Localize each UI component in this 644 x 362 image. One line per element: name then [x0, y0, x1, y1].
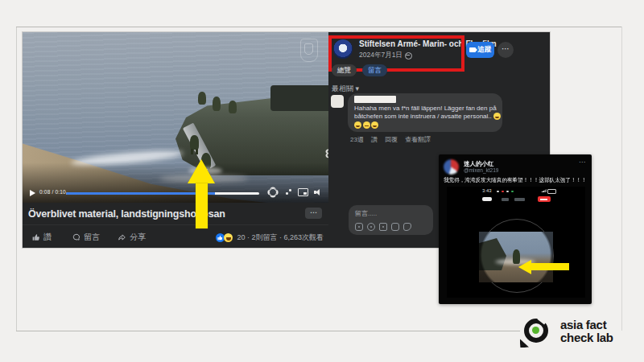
spotlight-dim-overlay	[479, 232, 553, 282]
frame-line-bottom	[16, 331, 520, 331]
video-camera-icon	[469, 47, 476, 52]
commenter-avatar-redacted	[331, 95, 344, 108]
tweet-screenshot: 迷人的小红 @mixen_kt219 ⋯ 我觉得，湾湾反攻大陆真的有希望！！！这…	[439, 154, 592, 304]
share-button[interactable]: 分享	[118, 232, 146, 243]
soldier-on-deck	[213, 97, 221, 111]
comment-composer[interactable]: 留言.....	[349, 205, 433, 235]
highlight-arrow-left	[518, 260, 531, 274]
highlight-arrow-left-shaft	[531, 263, 569, 270]
tweet-embedded-video[interactable]: 3:43	[447, 187, 585, 298]
comment-label: 留言	[84, 232, 100, 243]
status-bar-time: 3:43	[482, 188, 492, 193]
play-icon[interactable]	[30, 190, 35, 196]
comment-text-line1: Hahaha men va f*n fäll läppen! Lägger fa…	[354, 105, 497, 112]
comment-reply-link[interactable]: 回覆	[385, 135, 398, 144]
tab-comments[interactable]: 留言	[362, 64, 387, 76]
comment-age: 23週	[350, 135, 364, 144]
cast-icon[interactable]	[285, 188, 293, 196]
soldier-jumping	[190, 135, 199, 150]
sticker-icon[interactable]	[403, 223, 411, 231]
comment-text-line2: båtchefen som inte instruera / avsatte p…	[354, 113, 502, 120]
settings-gear-icon[interactable]	[269, 188, 277, 196]
highlight-arrow-up-shaft	[196, 183, 208, 228]
comment-sort-dropdown[interactable]: 最相關 ▾	[332, 84, 359, 94]
soldier-on-deck	[229, 101, 237, 113]
haha-reaction-icon	[224, 233, 233, 242]
afcl-logo-text: asia fact check lab	[560, 319, 613, 344]
post-action-row: 讚 留言 分享 20 · 2則留言 · 6,263次觀看	[23, 224, 328, 249]
comment-bubble: Hahaha men va f*n fäll läppen! Lägger fa…	[348, 93, 502, 132]
comment-translate-link[interactable]: 查看翻譯	[405, 135, 431, 144]
highlight-arrow-up	[188, 159, 215, 183]
camera-icon[interactable]	[379, 223, 387, 231]
follow-badge-red[interactable]	[538, 196, 551, 202]
video-timestamp: 0:08 / 0:10	[39, 189, 66, 195]
picture-in-picture-icon[interactable]	[298, 188, 308, 196]
laughing-emoji-icon	[354, 121, 361, 129]
tweet-avatar[interactable]	[444, 159, 459, 175]
avatar-sticker-icon[interactable]	[355, 223, 363, 231]
comment-emoji-row	[354, 121, 380, 129]
follow-button[interactable]: 追蹤	[466, 42, 494, 58]
tab-overview[interactable]: 總覽	[332, 64, 357, 76]
composer-placeholder: 留言.....	[355, 209, 377, 218]
like-label: 讚	[43, 232, 52, 243]
frame-line-right	[621, 27, 622, 331]
status-dot	[511, 191, 514, 193]
video-player[interactable]: 8 0:08 / 0:10	[23, 32, 328, 203]
reaction-stats[interactable]: 20 · 2則留言 · 6,263次觀看	[216, 232, 324, 243]
sweat-smile-emoji-icon	[493, 113, 501, 120]
frame-line-left	[16, 27, 17, 331]
magnifier-green-dot	[532, 327, 539, 334]
like-count-blob	[514, 198, 525, 201]
status-dot	[497, 191, 499, 193]
unit-emblem-watermark	[300, 39, 318, 62]
share-label: 分享	[130, 232, 146, 243]
fact-check-card: 8 0:08 / 0:10	[0, 0, 644, 362]
comment-button[interactable]: 留言	[72, 232, 100, 243]
battery-icon	[547, 189, 556, 194]
frame-line-top	[16, 27, 621, 27]
player-badge	[482, 197, 492, 201]
tweet-text: 我觉得，湾湾反攻大陆真的有希望！！！这部队太强了！！！	[444, 176, 580, 184]
status-dot	[502, 191, 504, 193]
comment-meta-row: 23週 讚 回覆 查看翻譯	[350, 135, 431, 144]
comment-like-link[interactable]: 讚	[371, 135, 378, 144]
tweet-handle[interactable]: @mixen_kt219	[464, 167, 498, 173]
like-button[interactable]: 讚	[32, 232, 52, 243]
commenter-name-redacted	[354, 96, 396, 103]
stats-text: 20 · 2則留言 · 6,263次觀看	[237, 232, 324, 243]
view-count-blob	[502, 198, 509, 201]
video-more-button[interactable]: ⋯	[305, 208, 322, 219]
share-arrow-icon	[118, 233, 126, 241]
signal-icon	[541, 189, 547, 192]
status-dot	[506, 191, 509, 193]
soldier-on-deck	[198, 92, 206, 105]
neutral-emoji-icon	[363, 121, 370, 129]
video-progress-bar[interactable]	[66, 192, 259, 195]
comment-bubble-icon	[72, 233, 80, 241]
laughing-emoji-icon	[371, 121, 378, 129]
thumb-up-icon	[32, 233, 40, 241]
emoji-icon[interactable]	[367, 223, 375, 231]
video-title-row: Överblivet material, landstigningshoppsa…	[23, 203, 328, 224]
post-more-button[interactable]: ⋯	[497, 42, 514, 58]
tweet-more-icon[interactable]: ⋯	[579, 158, 585, 166]
volume-icon[interactable]	[314, 188, 324, 196]
video-progress-fill	[66, 192, 215, 195]
video-controls: 0:08 / 0:10	[23, 183, 328, 203]
gif-icon[interactable]	[391, 223, 399, 231]
